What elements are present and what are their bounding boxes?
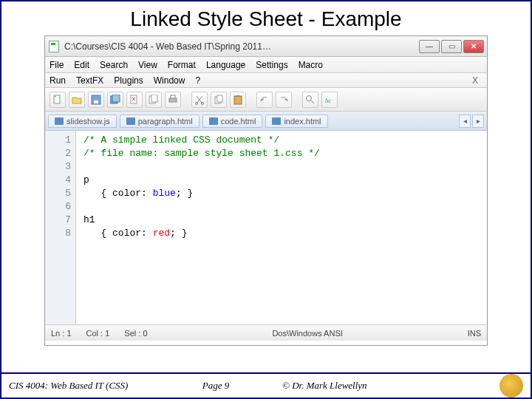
open-file-button[interactable] (69, 92, 85, 108)
ucf-logo-icon (499, 374, 523, 398)
redo-button[interactable] (276, 92, 292, 108)
value: blue (153, 188, 176, 199)
menu-textfx[interactable]: TextFX (76, 75, 103, 86)
slide-footer: CIS 4004: Web Based IT (CSS) Page 9 © Dr… (1, 372, 531, 398)
close-file-button[interactable] (126, 92, 143, 108)
toolbar: bc (45, 88, 487, 112)
tabnav-left-button[interactable]: ◂ (459, 115, 471, 128)
tabstrip: slideshow.js paragraph.html code.html in… (45, 112, 487, 131)
save-all-button[interactable] (107, 92, 123, 108)
toolbar-separator-3 (295, 92, 299, 108)
tab-slideshow[interactable]: slideshow.js (48, 115, 117, 128)
tab-label: slideshow.js (66, 117, 110, 126)
tabnav-right-button[interactable]: ▸ (472, 115, 484, 128)
svg-rect-14 (217, 95, 222, 102)
paste-button[interactable] (230, 92, 246, 108)
selector: h1 (83, 214, 95, 225)
app-icon (48, 41, 60, 52)
status-sel: Sel : 0 (124, 329, 147, 338)
minimize-button[interactable]: — (419, 40, 440, 53)
file-icon (209, 117, 218, 125)
file-icon (126, 117, 135, 125)
close-button[interactable]: ✕ (463, 40, 484, 53)
menu-edit[interactable]: Edit (74, 60, 89, 70)
menu-language[interactable]: Language (206, 60, 245, 70)
menu-help[interactable]: ? (195, 75, 200, 86)
toolbar-separator (184, 92, 188, 108)
value: red (153, 228, 170, 239)
menu-format[interactable]: Format (168, 60, 196, 70)
titlebar: C:\Courses\CIS 4004 - Web Based IT\Sprin… (45, 36, 487, 57)
status-encoding: Dos\Windows ANSI (272, 329, 342, 338)
status-ins: INS (468, 329, 481, 338)
svg-rect-5 (112, 95, 120, 102)
slide-title: Linked Style Sheet - Example (1, 1, 531, 35)
menubar-row-1: File Edit Search View Format Language Se… (45, 57, 487, 73)
menubar-row-2: Run TextFX Plugins Window ? X (45, 73, 487, 88)
svg-rect-9 (169, 98, 177, 102)
code-comment: /* A simple linked CSS document */ (83, 134, 279, 146)
status-col: Col : 1 (86, 329, 110, 338)
property: color (112, 228, 141, 239)
window-controls: — ▭ ✕ (419, 40, 484, 53)
slide: Linked Style Sheet - Example C:\Courses\… (0, 0, 532, 399)
editor-window: C:\Courses\CIS 4004 - Web Based IT\Sprin… (44, 35, 488, 346)
svg-rect-1 (55, 96, 56, 97)
copy-button[interactable] (211, 92, 227, 108)
menu-settings[interactable]: Settings (256, 60, 287, 70)
menu-plugins[interactable]: Plugins (114, 75, 143, 86)
menu-run[interactable]: Run (50, 75, 66, 86)
editor-area[interactable]: 12345678 /* A simple linked CSS document… (45, 131, 487, 324)
tab-index[interactable]: index.html (265, 115, 327, 128)
selector: p (83, 174, 89, 185)
tab-label: paragraph.html (138, 117, 193, 126)
menu-macro[interactable]: Macro (299, 60, 323, 70)
cut-button[interactable] (191, 92, 208, 108)
footer-author: © Dr. Mark Llewellyn (260, 380, 499, 392)
svg-rect-8 (151, 95, 157, 102)
menu-view[interactable]: View (138, 60, 157, 70)
code-comment: /* file name: sample style sheet 1.css *… (83, 148, 320, 159)
find-button[interactable] (302, 92, 318, 108)
svg-point-17 (307, 95, 312, 100)
svg-rect-3 (94, 100, 98, 103)
close-all-button[interactable] (146, 92, 162, 108)
undo-button[interactable] (256, 92, 273, 108)
file-icon (272, 117, 281, 125)
status-line: Ln : 1 (51, 329, 72, 338)
footer-course: CIS 4004: Web Based IT (CSS) (9, 380, 171, 392)
tab-close-x[interactable]: X (472, 75, 478, 86)
statusbar: Ln : 1 Col : 1 Sel : 0 Dos\Windows ANSI … (45, 324, 487, 341)
svg-rect-10 (171, 95, 175, 98)
maximize-button[interactable]: ▭ (441, 40, 462, 53)
menu-file[interactable]: File (50, 60, 64, 70)
line-gutter: 12345678 (45, 131, 76, 324)
tab-code[interactable]: code.html (202, 115, 263, 128)
menu-window[interactable]: Window (154, 75, 185, 86)
toolbar-separator-2 (249, 92, 253, 108)
footer-page: Page 9 (171, 380, 260, 392)
svg-rect-15 (234, 96, 242, 104)
code-view[interactable]: /* A simple linked CSS document */ /* fi… (76, 131, 487, 324)
tab-paragraph[interactable]: paragraph.html (120, 115, 200, 128)
tab-label: index.html (284, 117, 321, 126)
replace-button[interactable]: bc (321, 92, 338, 108)
window-title: C:\Courses\CIS 4004 - Web Based IT\Sprin… (64, 41, 419, 52)
property: color (112, 188, 141, 199)
print-button[interactable] (165, 92, 181, 108)
menu-search[interactable]: Search (100, 60, 128, 70)
svg-text:bc: bc (325, 97, 332, 104)
tab-label: code.html (221, 117, 256, 126)
svg-rect-16 (236, 95, 239, 97)
save-button[interactable] (88, 92, 104, 108)
tab-nav: ◂ ▸ (459, 115, 484, 128)
file-icon (55, 117, 64, 125)
new-file-button[interactable] (50, 92, 66, 108)
